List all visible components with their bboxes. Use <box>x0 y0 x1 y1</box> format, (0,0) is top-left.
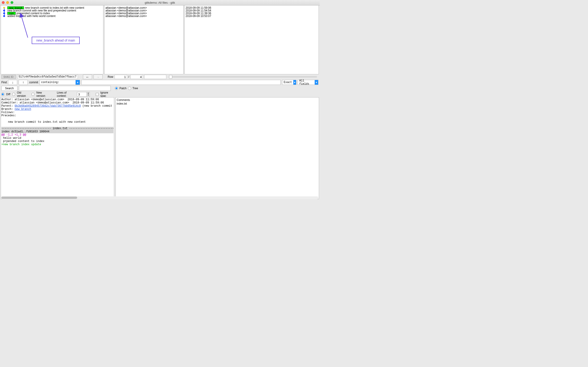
diff-author-line: Author: atlassian <demo@atlassian.com> 2… <box>1 98 99 101</box>
author-list-pane[interactable]: atlassian <demo@atlassian.com> atlassian… <box>104 6 183 74</box>
find-input[interactable] <box>81 80 281 85</box>
diff-parent-suffix: (new branch commit with <box>81 104 114 108</box>
commit-dot-icon <box>3 10 5 11</box>
new-version-label: New version <box>36 91 50 98</box>
commit-dot-icon <box>3 15 5 17</box>
diff-follows: Follows: <box>1 111 15 114</box>
file-list-header: Comments <box>117 98 318 102</box>
head-commit-dot-icon <box>3 7 5 9</box>
search-button[interactable]: Search <box>1 86 17 91</box>
arrow-left-icon: ← <box>86 75 89 79</box>
ignore-space-label: Ignore spac <box>100 91 113 98</box>
ignore-space-checkbox[interactable] <box>96 93 99 96</box>
history-slider[interactable] <box>169 76 317 77</box>
patch-label: Patch <box>120 87 127 90</box>
find-fields-combo[interactable]: All fields ▼ <box>298 80 318 85</box>
find-match-combo[interactable]: Exact ▼ <box>282 80 296 85</box>
diff-file-separator: ------------------------------ index.txt… <box>1 127 113 130</box>
find-next-button[interactable]: ↓ <box>8 80 17 85</box>
chevron-down-icon: ▼ <box>293 80 296 85</box>
old-version-label: Old version <box>17 91 30 98</box>
diff-hunk-header: @@ -1,2 +1,3 @@ <box>1 133 26 136</box>
diff-parent-link[interactable]: 0b3b68a04528945730d2c7dab73677bb05e914c0 <box>15 104 81 108</box>
new-version-radio[interactable] <box>32 93 35 96</box>
svg-line-0 <box>21 16 28 38</box>
horizontal-scrollbar[interactable] <box>1 196 318 199</box>
diff-branch-prefix: Branch: <box>1 108 15 111</box>
nav-back-button[interactable]: ← <box>83 75 92 79</box>
titlebar: gitkdemo: All files - gitk <box>0 0 320 6</box>
date-list-pane[interactable]: 2018-09-09 11:59:06 2018-09-09 11:54:54 … <box>184 6 319 74</box>
row-label: Row <box>108 75 113 78</box>
chevron-down-icon[interactable]: ▼ <box>86 94 90 96</box>
diff-precedes: Precedes: <box>1 114 16 117</box>
diff-context-line: prpended content to index <box>1 140 44 143</box>
file-list-pane[interactable]: Comments index.txt <box>115 97 319 199</box>
lines-context-input[interactable] <box>77 92 86 96</box>
find-mode-combo[interactable]: containing: ▼ <box>40 80 80 85</box>
row-sep: / <box>128 75 129 78</box>
arrow-up-icon: ↑ <box>23 81 24 84</box>
diff-committer-line: Committer: atlassian <demo@atlassian.com… <box>1 101 104 104</box>
search-input[interactable] <box>19 86 111 91</box>
window-title: gitkdemo: All files - gitk <box>145 1 175 4</box>
diff-index-line: index dc51ad1..fd91b53 100644 <box>1 130 113 133</box>
commit-message: added index.txt with hello world content <box>7 15 55 17</box>
minimize-icon[interactable] <box>6 1 9 4</box>
tree-label: Tree <box>132 87 138 90</box>
annotation-arrow-icon <box>20 16 30 38</box>
row-current-input[interactable] <box>115 75 127 79</box>
arrow-down-icon: ↓ <box>12 81 14 84</box>
diff-branch-link[interactable]: new_branch <box>15 108 31 111</box>
find-label: Find <box>1 81 7 84</box>
diff-add-line: +new branch index update <box>1 143 41 146</box>
find-commit-label: commit <box>29 81 38 84</box>
commit-row[interactable]: new branch commit with new file and prep… <box>1 9 103 12</box>
lines-context-stepper[interactable]: ▲▼ <box>77 92 90 97</box>
commit-dot-icon <box>3 12 5 14</box>
scrollbar-thumb-icon[interactable] <box>1 197 77 199</box>
author-row: atlassian <demo@atlassian.com> <box>104 15 183 17</box>
diff-label: Diff <box>6 93 10 96</box>
arrow-right-icon: → <box>96 75 100 79</box>
sha-id-input[interactable] <box>17 75 78 79</box>
diff-subject: new branch commit to index.txt with new … <box>1 120 86 124</box>
diff-parent-prefix: Parent: <box>1 104 15 108</box>
lines-context-label: Lines of context: <box>57 91 75 98</box>
file-list-item[interactable]: index.txt <box>117 102 318 105</box>
commit-list-pane[interactable]: new_branch new branch commit to index.tx… <box>1 6 103 74</box>
maximize-icon[interactable] <box>10 1 13 4</box>
goto-input[interactable] <box>144 75 166 79</box>
close-icon[interactable] <box>2 1 5 4</box>
slider-thumb-icon[interactable] <box>169 75 172 79</box>
diff-pane[interactable]: Author: atlassian <demo@atlassian.com> 2… <box>1 97 114 199</box>
annotation-callout: new_branch ahead of main <box>32 37 80 44</box>
nav-forward-button[interactable]: → <box>94 75 103 79</box>
tree-radio[interactable] <box>128 87 131 90</box>
row-total-input <box>130 75 143 79</box>
commit-row[interactable]: added index.txt with hello world content <box>1 15 103 17</box>
chevron-down-icon: ▼ <box>315 80 318 85</box>
diff-radio[interactable] <box>1 93 4 96</box>
chevron-down-icon: ▼ <box>76 80 80 85</box>
find-prev-button[interactable]: ↑ <box>19 80 28 85</box>
sha-id-label: SHA1 ID: <box>1 75 16 79</box>
old-version-radio[interactable] <box>12 93 15 96</box>
diff-context-line: hello world <box>1 136 21 140</box>
date-row: 2018-09-09 10:53:07 <box>185 15 319 17</box>
patch-radio[interactable] <box>115 87 118 90</box>
